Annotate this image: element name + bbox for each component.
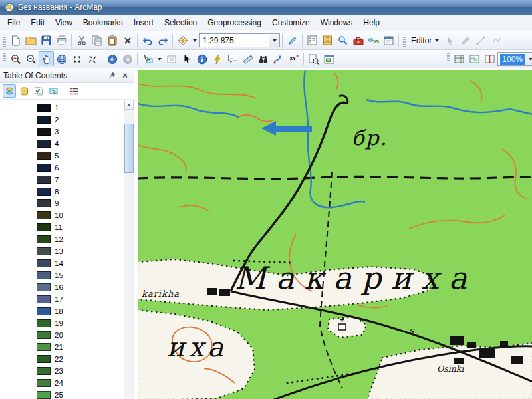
zoom-in-button[interactable] — [8, 51, 23, 66]
edit-tool-button[interactable] — [442, 33, 458, 48]
legend-item[interactable]: 1 — [0, 102, 124, 114]
menu-item-edit[interactable]: Edit — [25, 15, 50, 30]
scale-combobox[interactable]: 1:29 875 — [199, 33, 280, 47]
catalog-window-button[interactable] — [320, 33, 335, 48]
edit-vertices-button[interactable] — [473, 33, 488, 48]
scale-dropdown-button[interactable] — [269, 34, 279, 47]
scale-value[interactable]: 1:29 875 — [200, 36, 269, 45]
delete-button[interactable] — [120, 33, 135, 48]
legend-item[interactable]: 10 — [0, 209, 124, 221]
undo-button[interactable] — [140, 33, 155, 48]
measure-button[interactable] — [240, 51, 255, 66]
image-zoom-value[interactable]: 100% — [500, 54, 525, 65]
menu-item-bookmarks[interactable]: Bookmarks — [78, 15, 128, 30]
python-window-button[interactable] — [381, 33, 396, 48]
menu-item-insert[interactable]: Insert — [128, 15, 159, 30]
save-button[interactable] — [39, 33, 54, 48]
redo-button[interactable] — [155, 33, 170, 48]
close-icon[interactable]: × — [120, 70, 130, 81]
menu-item-view[interactable]: View — [50, 15, 78, 30]
new-document-button[interactable] — [8, 33, 23, 48]
legend-item[interactable]: 4 — [0, 138, 124, 150]
legend-item[interactable]: 19 — [0, 317, 124, 329]
copy-button[interactable] — [89, 33, 104, 48]
legend-item[interactable]: 25 — [0, 389, 124, 399]
image-swipe-button[interactable] — [482, 51, 497, 66]
image-zoom-dropdown[interactable] — [525, 53, 532, 65]
arctoolbox-button[interactable] — [350, 33, 366, 48]
legend-item[interactable]: 12 — [0, 233, 124, 245]
menu-item-selection[interactable]: Selection — [159, 15, 202, 30]
legend-item[interactable]: 9 — [0, 198, 124, 209]
toolbar-grip[interactable] — [447, 53, 450, 65]
list-by-source-button[interactable] — [17, 84, 31, 98]
back-extent-button[interactable] — [104, 51, 120, 66]
legend-item[interactable]: 5 — [0, 150, 124, 162]
legend-item[interactable]: 22 — [0, 353, 124, 365]
add-data-dropdown[interactable] — [190, 33, 199, 48]
cut-button[interactable] — [74, 33, 89, 48]
legend-item[interactable]: 7 — [0, 174, 124, 186]
legend-item[interactable]: 3 — [0, 126, 124, 138]
menu-item-help[interactable]: Help — [358, 15, 385, 30]
image-layers-button[interactable] — [467, 51, 482, 66]
legend-item[interactable]: 24 — [0, 377, 124, 389]
go-to-xy-button[interactable] — [286, 51, 301, 66]
magnifier-window-button[interactable] — [306, 51, 321, 66]
find-button[interactable] — [255, 51, 271, 66]
legend-item[interactable]: 21 — [0, 341, 124, 353]
legend-item[interactable]: 6 — [0, 162, 124, 174]
legend-item[interactable]: 13 — [0, 245, 124, 257]
list-by-drawing-order-button[interactable] — [3, 84, 16, 98]
legend-item[interactable]: 20 — [0, 329, 124, 341]
editor-toolbar-grip[interactable] — [403, 35, 406, 47]
legend-item[interactable]: 17 — [0, 293, 124, 305]
zoom-out-button[interactable] — [23, 51, 39, 66]
legend-item[interactable]: 2 — [0, 114, 124, 126]
legend-item[interactable]: 18 — [0, 305, 124, 317]
identify-button[interactable] — [194, 51, 209, 66]
legend-item[interactable]: 11 — [0, 221, 124, 233]
toolbar-grip[interactable] — [3, 35, 6, 47]
print-button[interactable] — [54, 33, 69, 48]
open-button[interactable] — [23, 33, 39, 48]
toolbar-grip[interactable] — [3, 53, 6, 65]
list-by-visibility-button[interactable] — [32, 84, 45, 98]
select-features-dropdown[interactable] — [155, 51, 164, 66]
legend-item[interactable]: 15 — [0, 269, 124, 281]
clear-selection-button[interactable] — [164, 51, 179, 66]
search-window-button[interactable] — [335, 33, 350, 48]
add-data-button[interactable] — [175, 33, 190, 48]
viewer-window-button[interactable] — [321, 51, 336, 66]
find-route-button[interactable] — [271, 51, 286, 66]
sketch-tool-button[interactable] — [458, 33, 473, 48]
menu-item-geoprocessing[interactable]: Geoprocessing — [202, 15, 267, 30]
fixed-zoom-in-button[interactable] — [69, 51, 84, 66]
menu-item-customize[interactable]: Customize — [267, 15, 315, 30]
legend-item[interactable]: 14 — [0, 257, 124, 269]
html-popup-button[interactable] — [225, 51, 240, 66]
menu-item-windows[interactable]: Windows — [315, 15, 358, 30]
list-by-selection-button[interactable] — [47, 84, 60, 98]
select-elements-button[interactable] — [179, 51, 194, 66]
fixed-zoom-out-button[interactable] — [84, 51, 100, 66]
toc-scrollbar[interactable] — [124, 100, 134, 399]
paste-button[interactable] — [104, 33, 120, 48]
scrollbar-thumb[interactable] — [124, 124, 134, 173]
forward-extent-button[interactable] — [120, 51, 135, 66]
scroll-up-button[interactable] — [124, 100, 134, 110]
map-canvas[interactable]: бр. Макариха karikha иха Osinki s — [138, 70, 532, 399]
full-extent-button[interactable] — [54, 51, 69, 66]
editor-menu[interactable]: Editor — [408, 36, 442, 45]
pan-tool-button[interactable] — [39, 51, 54, 66]
toc-options-button[interactable] — [67, 84, 80, 98]
toc-window-button[interactable] — [305, 33, 320, 48]
edit-sketch-button[interactable] — [285, 33, 300, 48]
legend-item[interactable]: 23 — [0, 365, 124, 377]
hyperlink-button[interactable] — [209, 51, 225, 66]
image-grid-button[interactable] — [452, 51, 467, 66]
pin-icon[interactable] — [106, 70, 117, 81]
image-zoom-combobox[interactable]: 100% — [497, 52, 532, 66]
legend-item[interactable]: 8 — [0, 186, 124, 198]
model-builder-button[interactable] — [366, 33, 381, 48]
